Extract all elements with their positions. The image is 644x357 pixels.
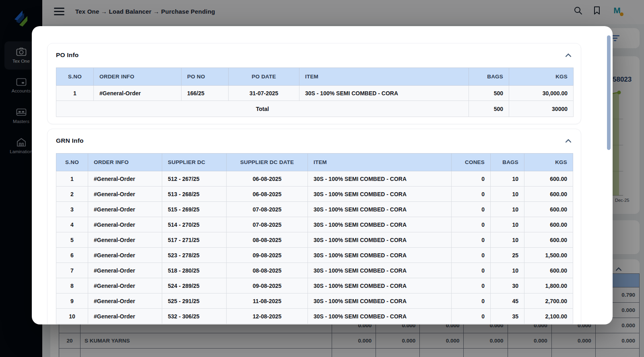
table-cell: 518 - 280/25 (162, 263, 227, 278)
table-cell: 0 (452, 263, 491, 278)
table-cell: 600.00 (524, 202, 573, 217)
table-cell: 10 (491, 202, 524, 217)
modal-scrollbar-thumb[interactable] (607, 35, 611, 150)
column-header: BAGS (491, 154, 524, 171)
table-row: 9#General-Order525 - 291/2511-08-202530S… (56, 293, 573, 309)
column-header: KGS (509, 68, 574, 86)
table-cell: 1 (56, 86, 94, 101)
table-cell: 08-08-2025 (227, 263, 308, 278)
table-cell: 30S - 100% SEMI COMBED - CORA (308, 263, 452, 278)
table-cell: 1,500.00 (524, 248, 573, 263)
table-cell: #General-Order (88, 278, 162, 293)
chevron-up-icon[interactable] (566, 139, 571, 143)
table-row: 5#General-Order517 - 271/2508-08-202530S… (56, 232, 573, 248)
table-cell: 25 (491, 248, 524, 263)
po-table: S.NOORDER INFOPO NOPO DATEITEMBAGSKGS1#G… (56, 68, 574, 117)
table-cell: #General-Order (94, 86, 182, 101)
table-cell: 10 (491, 187, 524, 202)
table-cell: 30,000.00 (509, 86, 574, 101)
table-cell: 35 (491, 309, 524, 324)
table-cell: 0 (452, 309, 491, 324)
table-cell: #General-Order (88, 171, 162, 187)
table-cell: 8 (56, 278, 88, 293)
table-cell: 5 (56, 232, 88, 248)
table-cell: 2,100.00 (524, 309, 573, 324)
table-cell: 514 - 270/25 (162, 217, 227, 232)
column-header: BAGS (469, 68, 509, 86)
grn-table: S.NOORDER INFOSUPPLIER DCSUPPLIER DC DAT… (56, 153, 573, 324)
table-cell: 600.00 (524, 263, 573, 278)
table-cell: 166/25 (182, 86, 229, 101)
table-cell: 31-07-2025 (229, 86, 299, 101)
table-cell: 512 - 267/25 (162, 171, 227, 187)
table-header-row: S.NOORDER INFOSUPPLIER DCSUPPLIER DC DAT… (56, 154, 573, 171)
table-cell: 06-08-2025 (227, 187, 308, 202)
column-header: ITEM (299, 68, 469, 86)
table-cell: 517 - 271/25 (162, 232, 227, 248)
table-cell: 9 (56, 293, 88, 309)
table-cell: 30 (491, 278, 524, 293)
table-cell: 4 (56, 217, 88, 232)
column-header: ORDER INFO (88, 154, 162, 171)
table-cell: #General-Order (88, 187, 162, 202)
section-title: PO Info (56, 51, 79, 59)
table-cell: 10 (491, 171, 524, 187)
table-cell: 525 - 291/25 (162, 293, 227, 309)
purchase-pending-modal: PO Info S.NOORDER INFOPO NOPO DATEITEMBA… (32, 26, 613, 324)
table-row: 6#General-Order523 - 278/2509-08-202530S… (56, 248, 573, 263)
section-title: GRN Info (56, 137, 84, 144)
total-value-cell: 30000 (509, 101, 574, 117)
table-cell: 3 (56, 202, 88, 217)
column-header: KGS (524, 154, 573, 171)
table-row: 8#General-Order524 - 289/2509-08-202530S… (56, 278, 573, 293)
table-row: 1#General-Order166/2531-07-202530S - 100… (56, 86, 574, 101)
table-cell: 30S - 100% SEMI COMBED - CORA (308, 293, 452, 309)
table-cell: #General-Order (88, 309, 162, 324)
column-header: CONES (452, 154, 491, 171)
table-cell: 30S - 100% SEMI COMBED - CORA (308, 248, 452, 263)
table-cell: 30S - 100% SEMI COMBED - CORA (308, 232, 452, 248)
table-row: 1#General-Order512 - 267/2506-08-202530S… (56, 171, 573, 187)
table-cell: 0 (452, 248, 491, 263)
table-cell: #General-Order (88, 217, 162, 232)
column-header: ITEM (308, 154, 452, 171)
total-label-cell: Total (56, 101, 469, 117)
table-cell: 0 (452, 232, 491, 248)
total-value-cell: 500 (469, 101, 509, 117)
column-header: SUPPLIER DC DATE (227, 154, 308, 171)
chevron-up-icon[interactable] (566, 53, 571, 57)
table-row: 4#General-Order514 - 270/2507-08-202530S… (56, 217, 573, 232)
po-info-section: PO Info S.NOORDER INFOPO NOPO DATEITEMBA… (47, 43, 581, 124)
table-cell: 523 - 278/25 (162, 248, 227, 263)
table-header-row: S.NOORDER INFOPO NOPO DATEITEMBAGSKGS (56, 68, 574, 86)
table-cell: 0 (452, 171, 491, 187)
table-row: 2#General-Order513 - 268/2506-08-202530S… (56, 187, 573, 202)
table-cell: 07-08-2025 (227, 202, 308, 217)
table-cell: 0 (452, 278, 491, 293)
table-cell: 0 (452, 293, 491, 309)
table-cell: 1,800.00 (524, 278, 573, 293)
table-cell: 515 - 269/25 (162, 202, 227, 217)
table-cell: 600.00 (524, 187, 573, 202)
table-cell: 07-08-2025 (227, 217, 308, 232)
table-cell: 30S - 100% SEMI COMBED - CORA (308, 309, 452, 324)
table-cell: 600.00 (524, 171, 573, 187)
table-cell: #General-Order (88, 263, 162, 278)
column-header: PO DATE (229, 68, 299, 86)
table-cell: 513 - 268/25 (162, 187, 227, 202)
table-row: 10#General-Order532 - 306/2512-08-202530… (56, 309, 573, 324)
table-cell: 30S - 100% SEMI COMBED - CORA (308, 202, 452, 217)
table-cell: 30S - 100% SEMI COMBED - CORA (299, 86, 469, 101)
column-header: ORDER INFO (94, 68, 182, 86)
table-cell: 30S - 100% SEMI COMBED - CORA (308, 187, 452, 202)
column-header: S.NO (56, 68, 94, 86)
grn-info-section: GRN Info S.NOORDER INFOSUPPLIER DCSUPPLI… (47, 129, 581, 324)
table-cell: 524 - 289/25 (162, 278, 227, 293)
table-row: 3#General-Order515 - 269/2507-08-202530S… (56, 202, 573, 217)
table-cell: #General-Order (88, 202, 162, 217)
table-cell: 09-08-2025 (227, 278, 308, 293)
table-footer-row: Total50030000 (56, 101, 574, 117)
table-cell: 10 (491, 217, 524, 232)
table-cell: 30S - 100% SEMI COMBED - CORA (308, 171, 452, 187)
table-cell: 10 (491, 232, 524, 248)
